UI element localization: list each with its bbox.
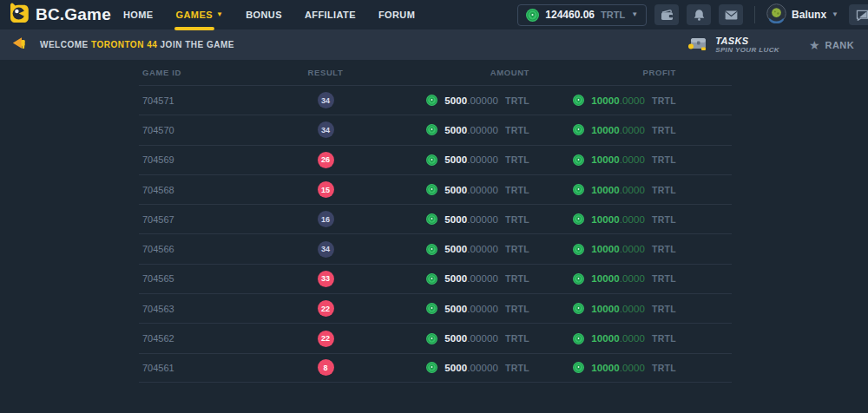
- game-id: 704568: [139, 185, 299, 195]
- mail-icon: [725, 10, 738, 20]
- profit-value: 10000.0000: [591, 214, 645, 225]
- table-row[interactable]: 704562 22 5000.00000 TRTL 10000.0000 TRT…: [139, 323, 732, 352]
- brand[interactable]: BC.Game: [7, 2, 111, 28]
- game-id: 704570: [139, 125, 299, 135]
- tasks-subtitle: SPIN YOUR LUCK: [715, 46, 779, 54]
- table-row[interactable]: 704570 34 5000.00000 TRTL 10000.0000 TRT…: [139, 115, 732, 144]
- nav-games[interactable]: GAMES▼: [176, 10, 224, 20]
- divider: [754, 6, 755, 23]
- result-cell: 34: [299, 92, 352, 108]
- amount-value: 5000.00000: [444, 363, 498, 373]
- game-id: 704569: [139, 154, 299, 165]
- result-badge: 22: [318, 331, 334, 347]
- amount-cell: 5000.00000 TRTL: [352, 124, 569, 135]
- profit-currency: TRTL: [652, 185, 676, 195]
- trtl-coin-icon: [426, 95, 437, 106]
- table-row[interactable]: 704567 16 5000.00000 TRTL 10000.0000 TRT…: [139, 204, 732, 233]
- notifications-button[interactable]: [687, 4, 711, 25]
- nav-forum[interactable]: FORUM: [378, 10, 415, 20]
- profit-value: 10000.0000: [591, 244, 645, 254]
- amount-cell: 5000.00000 TRTL: [352, 333, 569, 344]
- result-cell: 15: [299, 181, 352, 198]
- profit-cell: 10000.0000 TRTL: [569, 184, 732, 195]
- brand-name: BC.Game: [36, 5, 111, 24]
- profit-cell: 10000.0000 TRTL: [569, 273, 732, 285]
- result-cell: 33: [299, 271, 352, 287]
- app-root: BC.Game HOME GAMES▼ BONUS AFFILIATE FORU…: [0, 0, 868, 413]
- nav-affiliate-label: AFFILIATE: [305, 10, 356, 20]
- amount-cell: 5000.00000 TRTL: [352, 213, 569, 225]
- megaphone-icon: [12, 36, 28, 53]
- nav-affiliate[interactable]: AFFILIATE: [305, 10, 356, 20]
- result-cell: 16: [299, 211, 352, 227]
- top-navbar: BC.Game HOME GAMES▼ BONUS AFFILIATE FORU…: [0, 0, 868, 30]
- game-id: 704561: [139, 363, 299, 373]
- profit-value: 10000.0000: [591, 154, 645, 165]
- avatar: [766, 3, 786, 27]
- wallet-icon: [661, 10, 674, 21]
- nav-home[interactable]: HOME: [123, 10, 154, 20]
- table-header-row: GAME ID RESULT AMOUNT PROFIT: [139, 60, 732, 85]
- balance-selector[interactable]: 124460.06 TRTL ▼: [517, 4, 647, 26]
- trtl-coin-icon: [526, 9, 539, 22]
- profit-currency: TRTL: [652, 273, 676, 284]
- chat-button[interactable]: 10: [849, 4, 868, 25]
- table-row[interactable]: 704563 22 5000.00000 TRTL 10000.0000 TRT…: [139, 293, 732, 323]
- welcome-message: WELCOME TORONTON 44 JOIN THE GAME: [40, 40, 234, 49]
- result-badge: 34: [318, 121, 334, 138]
- trtl-coin-icon: [573, 303, 584, 314]
- amount-value: 5000.00000: [444, 273, 498, 284]
- game-id: 704571: [139, 95, 299, 106]
- table-row[interactable]: 704569 26 5000.00000 TRTL 10000.0000 TRT…: [139, 145, 732, 174]
- table-row[interactable]: 704565 33 5000.00000 TRTL 10000.0000 TRT…: [139, 264, 732, 293]
- table-row[interactable]: 704571 34 5000.00000 TRTL 10000.0000 TRT…: [139, 85, 732, 115]
- profit-currency: TRTL: [652, 363, 676, 373]
- column-header-amount: AMOUNT: [352, 68, 569, 77]
- amount-value: 5000.00000: [444, 95, 498, 106]
- bcgame-logo-icon: [7, 2, 30, 28]
- star-icon: ★: [809, 39, 820, 51]
- nav-bonus[interactable]: BONUS: [246, 10, 282, 20]
- trtl-coin-icon: [426, 184, 437, 195]
- banner-right: TASKS SPIN YOUR LUCK ★ RANK: [687, 35, 858, 56]
- trtl-coin-icon: [426, 244, 437, 255]
- trtl-coin-icon: [426, 154, 437, 166]
- balance-currency: TRTL: [601, 10, 625, 20]
- amount-currency: TRTL: [505, 273, 529, 284]
- nav-forum-label: FORUM: [378, 10, 415, 20]
- user-menu[interactable]: Balunx ▼: [766, 3, 838, 27]
- main-nav: HOME GAMES▼ BONUS AFFILIATE FORUM: [123, 10, 415, 20]
- game-id: 704563: [139, 304, 299, 314]
- game-results-table: GAME ID RESULT AMOUNT PROFIT 704571 34 5…: [139, 60, 732, 383]
- profit-cell: 10000.0000 TRTL: [569, 95, 732, 106]
- mail-button[interactable]: [719, 4, 743, 25]
- rank-button[interactable]: ★ RANK: [809, 39, 858, 51]
- amount-cell: 5000.00000 TRTL: [352, 154, 569, 166]
- column-header-result: RESULT: [299, 68, 352, 77]
- trtl-coin-icon: [426, 362, 437, 373]
- amount-currency: TRTL: [505, 154, 529, 165]
- table-row[interactable]: 704561 8 5000.00000 TRTL 10000.0000 TRTL: [139, 353, 732, 383]
- profit-cell: 10000.0000 TRTL: [569, 124, 732, 135]
- profit-cell: 10000.0000 TRTL: [569, 303, 732, 314]
- amount-value: 5000.00000: [444, 244, 498, 254]
- amount-value: 5000.00000: [444, 185, 498, 195]
- main-content: GAME ID RESULT AMOUNT PROFIT 704571 34 5…: [0, 60, 868, 413]
- game-id: 704567: [139, 214, 299, 225]
- tasks-button[interactable]: TASKS SPIN YOUR LUCK: [687, 35, 779, 56]
- table-row[interactable]: 704566 34 5000.00000 TRTL 10000.0000 TRT…: [139, 233, 732, 263]
- amount-cell: 5000.00000 TRTL: [352, 362, 569, 373]
- amount-cell: 5000.00000 TRTL: [352, 273, 569, 285]
- column-header-game-id: GAME ID: [139, 68, 299, 77]
- result-cell: 22: [299, 331, 352, 347]
- table-row[interactable]: 704568 15 5000.00000 TRTL 10000.0000 TRT…: [139, 174, 732, 204]
- wallet-button[interactable]: [654, 4, 679, 25]
- profit-currency: TRTL: [652, 304, 676, 314]
- profit-value: 10000.0000: [591, 363, 645, 373]
- amount-value: 5000.00000: [444, 125, 498, 135]
- trtl-coin-icon: [426, 303, 437, 314]
- game-id: 704562: [139, 333, 299, 344]
- rank-label: RANK: [825, 40, 854, 50]
- nav-games-label: GAMES: [176, 10, 213, 20]
- game-id: 704565: [139, 273, 299, 284]
